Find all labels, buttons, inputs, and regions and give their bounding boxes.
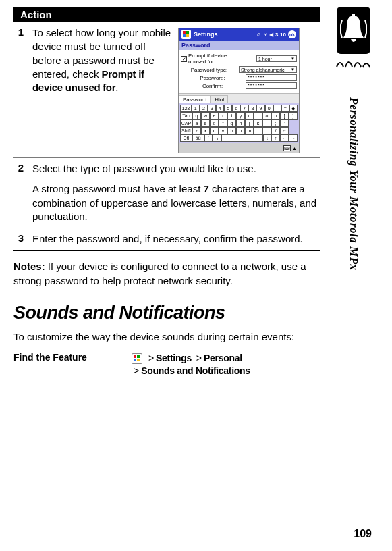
bell-icon-box	[337, 7, 370, 54]
right-rail: Personalizing Your Motorola MPx	[335, 7, 372, 271]
keyboard-key[interactable]: 9	[256, 105, 264, 112]
keyboard-key[interactable]: 7	[240, 105, 248, 112]
prompt-label: Prompt if device unused for	[188, 53, 241, 65]
keyboard-key[interactable]: m	[245, 127, 254, 134]
step-1-number: 1	[13, 26, 28, 153]
keyboard-key[interactable]: ←	[280, 127, 289, 134]
pwtype-value: Strong alphanumeric	[241, 68, 285, 72]
side-section-label: Personalizing Your Motorola MPx	[347, 97, 360, 271]
keyboard-key[interactable]: 1	[192, 105, 200, 112]
confirm-label: Confirm:	[202, 83, 223, 89]
step-1-text-after: .	[115, 82, 118, 93]
tab-hint[interactable]: Hint	[211, 95, 228, 103]
keyboard-key[interactable]: '	[280, 120, 289, 127]
keyboard-key[interactable]: ]	[289, 112, 298, 120]
tab-password[interactable]: Password	[179, 95, 211, 103]
prompt-checkbox[interactable]: ✓	[181, 56, 187, 62]
keyboard-key[interactable]: i	[254, 112, 262, 120]
keyboard-key[interactable]: k	[254, 120, 262, 127]
keyboard-key[interactable]: -	[273, 105, 281, 112]
intro-paragraph: To customize the way the device sounds d…	[13, 330, 320, 344]
kb-row-4: Shiftzxcvbnm,./←	[180, 127, 298, 134]
keyboard-key[interactable]: o	[262, 112, 271, 120]
keyboard-key[interactable]: 2	[200, 105, 208, 112]
keyboard-key[interactable]: \	[213, 134, 221, 142]
svg-rect-0	[183, 31, 186, 34]
keyboard-key[interactable]: p	[271, 112, 280, 120]
start-flag-icon	[181, 30, 191, 39]
keyboard-key[interactable]	[221, 134, 262, 142]
keyboard-key[interactable]: u	[245, 112, 254, 120]
keyboard-key[interactable]: 8	[248, 105, 256, 112]
keyboard-key[interactable]: ;	[271, 120, 280, 127]
keyboard-key[interactable]: ↑	[271, 134, 280, 142]
keyboard-key[interactable]: ←	[280, 134, 289, 142]
keyboard-toggle-icon[interactable]: ⌨	[283, 145, 291, 151]
keyboard-key[interactable]: 6	[232, 105, 240, 112]
svg-rect-7	[137, 359, 140, 361]
keyboard-key[interactable]: g	[227, 120, 236, 127]
keyboard-key[interactable]: s	[201, 120, 210, 127]
keyboard-key[interactable]: 4	[216, 105, 224, 112]
keyboard-key[interactable]: 0	[265, 105, 273, 112]
keyboard-key[interactable]: =	[281, 105, 289, 112]
keyboard-key[interactable]: /	[271, 127, 280, 134]
pwtype-dropdown[interactable]: Strong alphanumeric▼	[239, 66, 297, 73]
up-caret-icon[interactable]: ▲	[292, 146, 297, 151]
path-sounds: Sounds and Notifications	[141, 365, 250, 376]
step-2-bold-7: 7	[203, 183, 208, 194]
keyboard-key[interactable]: ◆	[289, 105, 298, 112]
find-feature-label: Find the Feature	[13, 352, 132, 363]
keyboard-key[interactable]: 123	[180, 105, 192, 112]
keyboard-key[interactable]: c	[210, 127, 219, 134]
keyboard-key[interactable]: n	[236, 127, 245, 134]
keyboard-key[interactable]: z	[192, 127, 201, 134]
keyboard-key[interactable]: q	[192, 112, 201, 120]
keyboard-key[interactable]: j	[245, 120, 254, 127]
notes-text: If your device is configured to connect …	[13, 261, 306, 286]
keyboard-key[interactable]: Ctl	[180, 134, 192, 142]
keyboard-key[interactable]: f	[219, 120, 227, 127]
keyboard-key[interactable]: CAP	[180, 120, 192, 127]
duration-dropdown[interactable]: 1 hour▼	[256, 55, 297, 62]
confirm-input[interactable]: *******	[246, 82, 297, 89]
keyboard-key[interactable]: t	[227, 112, 236, 120]
keyboard-key[interactable]: h	[236, 120, 245, 127]
keyboard-key[interactable]: w	[201, 112, 210, 120]
step-3-text: Enter the password and, if necessary, co…	[32, 232, 320, 246]
speaker-icon: ◀	[269, 32, 273, 38]
keyboard-key[interactable]: Tab	[180, 112, 192, 120]
keyboard-key[interactable]: e	[210, 112, 219, 120]
keyboard-key[interactable]: `	[204, 134, 213, 142]
password-input[interactable]: *******	[246, 74, 297, 81]
ms-titlebar: Settings ☺ Y ◀ 3:10 ok	[179, 28, 299, 41]
keyboard-key[interactable]: b	[227, 127, 236, 134]
keyboard-key[interactable]: a	[192, 120, 201, 127]
keyboard-key[interactable]: ↓	[263, 134, 272, 142]
pwtype-label: Password type:	[191, 67, 228, 73]
keyboard-key[interactable]: ,	[254, 127, 262, 134]
kb-row-5: Ctláü`\ ↓↑←→	[180, 134, 298, 142]
ms-time: 3:10	[275, 32, 286, 38]
step-2-number: 2	[13, 162, 28, 224]
step-1-text: To select how long your mobile device mu…	[32, 26, 174, 153]
step-1: 1 To select how long your mobile device …	[13, 22, 320, 158]
on-screen-keyboard[interactable]: 1231234567890-=◆ Tabqwertyuiop[] CAPasdf…	[179, 103, 299, 143]
keyboard-key[interactable]: Shift	[180, 127, 192, 134]
keyboard-key[interactable]: 5	[224, 105, 232, 112]
keyboard-key[interactable]: x	[201, 127, 210, 134]
ms-bottom-bar: ⌨ ▲	[179, 143, 299, 153]
keyboard-key[interactable]: v	[219, 127, 227, 134]
keyboard-key[interactable]: y	[236, 112, 245, 120]
keyboard-key[interactable]: l	[262, 120, 271, 127]
step-2: 2 Select the type of password you would …	[13, 158, 320, 228]
gt-3: >	[134, 365, 139, 377]
keyboard-key[interactable]: áü	[192, 134, 204, 142]
keyboard-key[interactable]: [	[280, 112, 289, 120]
keyboard-key[interactable]: d	[210, 120, 219, 127]
keyboard-key[interactable]: .	[262, 127, 271, 134]
keyboard-key[interactable]: r	[219, 112, 227, 120]
keyboard-key[interactable]: 3	[208, 105, 216, 112]
keyboard-key[interactable]: →	[289, 134, 298, 142]
ok-button[interactable]: ok	[288, 30, 296, 38]
